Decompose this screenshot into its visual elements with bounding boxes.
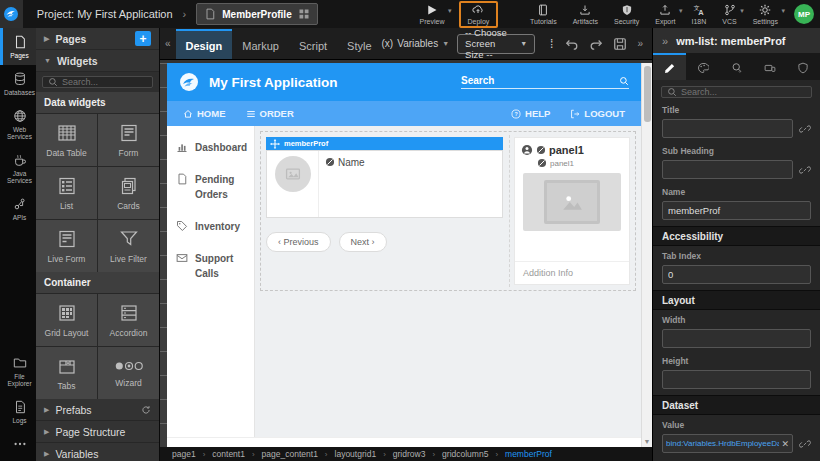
widget-tile-cards[interactable]: Cards xyxy=(98,167,159,219)
bind-link-icon[interactable] xyxy=(799,164,811,176)
prefabs-section-header[interactable]: ▶ Prefabs xyxy=(36,399,159,421)
property-search-input[interactable] xyxy=(681,87,781,97)
bind-link-icon[interactable] xyxy=(799,438,811,450)
tab-markup[interactable]: Markup xyxy=(232,29,289,59)
widget-tile-accordion[interactable]: Accordion xyxy=(98,294,159,346)
user-avatar[interactable]: MP xyxy=(794,4,814,24)
widget-tile-live-form[interactable]: Live Form xyxy=(36,220,97,272)
wavemaker-logo[interactable] xyxy=(0,0,23,28)
sidenav-pending-orders[interactable]: Pending Orders xyxy=(176,172,245,202)
scrollbar-thumb[interactable] xyxy=(644,66,651,122)
nav-home[interactable]: HOME xyxy=(183,108,226,119)
tab-design[interactable]: Design xyxy=(176,29,233,59)
nav-help[interactable]: ? HELP xyxy=(511,108,550,119)
sidenav-support-calls[interactable]: Support Calls xyxy=(176,251,245,281)
tab-style[interactable]: Style xyxy=(337,29,381,59)
refresh-icon[interactable] xyxy=(141,405,151,415)
widget-tile-wizard[interactable]: Wizard xyxy=(98,347,159,399)
name-input[interactable] xyxy=(662,201,811,220)
pages-section-header[interactable]: ▶ Pages + xyxy=(36,28,159,50)
export-chevron-icon[interactable]: ▾ xyxy=(679,7,683,15)
rail-item-pages[interactable]: Pages xyxy=(0,28,36,65)
more-options-kebab-icon[interactable]: ⁞ xyxy=(543,41,560,47)
rail-item-file-explorer[interactable]: File Explorer xyxy=(0,349,36,393)
gridcolumn-panel[interactable]: panel1 panel1 xyxy=(510,135,632,287)
selected-gridrow[interactable]: memberProf xyxy=(260,131,636,291)
clear-binding-icon[interactable]: ✕ xyxy=(781,439,789,449)
undo-button[interactable] xyxy=(560,37,584,51)
title-input[interactable] xyxy=(662,119,793,138)
tab-properties[interactable] xyxy=(653,53,686,80)
collapse-left-panel-icon[interactable]: « xyxy=(160,38,176,49)
widget-search-input[interactable] xyxy=(62,77,142,87)
search-icon[interactable] xyxy=(619,76,629,86)
grid-icon[interactable] xyxy=(298,8,310,20)
height-input[interactable] xyxy=(662,370,811,389)
next-page-button[interactable]: Next › xyxy=(339,232,387,252)
rail-item-databases[interactable]: Databases xyxy=(0,65,36,102)
variables-dropdown[interactable]: (x) Variables ▼ xyxy=(382,38,450,49)
panel-image-placeholder[interactable] xyxy=(523,173,621,231)
tab-index-input[interactable] xyxy=(662,265,811,284)
widget-tile-tabs[interactable]: Tabs xyxy=(36,347,97,399)
canvas-vertical-scrollbar[interactable]: ▼ xyxy=(641,63,652,447)
settings-chevron-icon[interactable]: ▾ xyxy=(781,7,785,15)
value-binding-box[interactable]: bind:Variables.HrdbEmployeeData.data ✕ xyxy=(662,434,793,453)
tutorials-button[interactable]: Tutorials xyxy=(530,4,557,25)
widget-tile-form[interactable]: Form xyxy=(98,114,159,166)
breadcrumb-item[interactable]: gridcolumn5 xyxy=(442,449,488,459)
previous-page-button[interactable]: ‹ Previous xyxy=(266,232,331,252)
vcs-chevron-icon[interactable]: ▾ xyxy=(740,7,744,15)
tab-security[interactable] xyxy=(787,53,820,80)
property-search-box[interactable] xyxy=(661,86,812,98)
rail-item-apis[interactable]: APIs xyxy=(0,190,36,227)
app-search-field[interactable]: Search xyxy=(461,75,629,89)
add-page-button[interactable]: + xyxy=(135,31,151,46)
settings-button[interactable]: Settings▾ xyxy=(753,4,778,25)
memberprof-selection-label[interactable]: memberProf xyxy=(266,137,503,150)
breadcrumb-item[interactable]: page1 xyxy=(172,449,196,459)
widget-search-box[interactable] xyxy=(42,76,153,88)
deploy-button[interactable]: Deploy xyxy=(468,4,490,25)
screen-size-dropdown[interactable]: -- Choose Screen Size -- ▼ xyxy=(457,34,535,54)
list-item-name-cell[interactable]: Name xyxy=(319,151,371,217)
expand-right-panel-icon[interactable]: » xyxy=(632,38,648,49)
breadcrumb-item[interactable]: content1 xyxy=(212,449,245,459)
preview-button[interactable]: Preview▾ xyxy=(420,4,445,25)
rail-item-java-services[interactable]: Java Services xyxy=(0,146,36,190)
gridcolumn-list[interactable]: memberProf xyxy=(264,135,510,287)
page-tab-memberprofile[interactable]: MemberProfile xyxy=(196,3,317,25)
list-item-picture-cell[interactable] xyxy=(267,151,319,217)
canvas-horizontal-scroll-area[interactable] xyxy=(167,437,641,447)
rail-item-logs[interactable]: Logs xyxy=(0,393,36,430)
sidenav-dashboard[interactable]: Dashboard xyxy=(176,140,245,155)
vcs-button[interactable]: VCS▾ xyxy=(722,4,736,25)
export-button[interactable]: Export▾ xyxy=(655,4,675,25)
collapse-right-panel-icon[interactable]: » xyxy=(662,35,668,47)
breadcrumb-item-selected[interactable]: memberProf xyxy=(505,449,552,459)
widgets-section-header[interactable]: ▼ Widgets xyxy=(36,50,159,72)
scroll-down-arrow-icon[interactable]: ▼ xyxy=(644,438,651,447)
widget-tile-data-table[interactable]: Data Table xyxy=(36,114,97,166)
tab-styles[interactable] xyxy=(686,53,719,80)
breadcrumb-item[interactable]: page_content1 xyxy=(262,449,318,459)
page-structure-section-header[interactable]: ▶ Page Structure xyxy=(36,421,159,443)
sub-heading-input[interactable] xyxy=(662,160,793,179)
security-button[interactable]: Security xyxy=(614,4,639,25)
widget-tile-live-filter[interactable]: Live Filter xyxy=(98,220,159,272)
tab-devices[interactable] xyxy=(753,53,786,80)
nav-logout[interactable]: LOGOUT xyxy=(570,108,625,119)
list-widget-memberprof[interactable]: Name xyxy=(266,150,503,218)
breadcrumb-item[interactable]: gridrow3 xyxy=(393,449,426,459)
preview-chevron-icon[interactable]: ▾ xyxy=(448,7,452,15)
move-icon[interactable] xyxy=(270,139,280,149)
widget-tile-grid-layout[interactable]: Grid Layout xyxy=(36,294,97,346)
artifacts-button[interactable]: Artifacts xyxy=(573,4,598,25)
i18n-button[interactable]: 文A I18N xyxy=(692,4,707,25)
variables-section-header[interactable]: ▶ Variables xyxy=(36,443,159,461)
save-button[interactable] xyxy=(608,37,632,51)
tab-script[interactable]: Script xyxy=(289,29,337,59)
panel-widget-panel1[interactable]: panel1 panel1 xyxy=(514,137,630,285)
nav-order[interactable]: ORDER xyxy=(246,108,294,119)
panel-header[interactable]: panel1 xyxy=(515,138,629,158)
